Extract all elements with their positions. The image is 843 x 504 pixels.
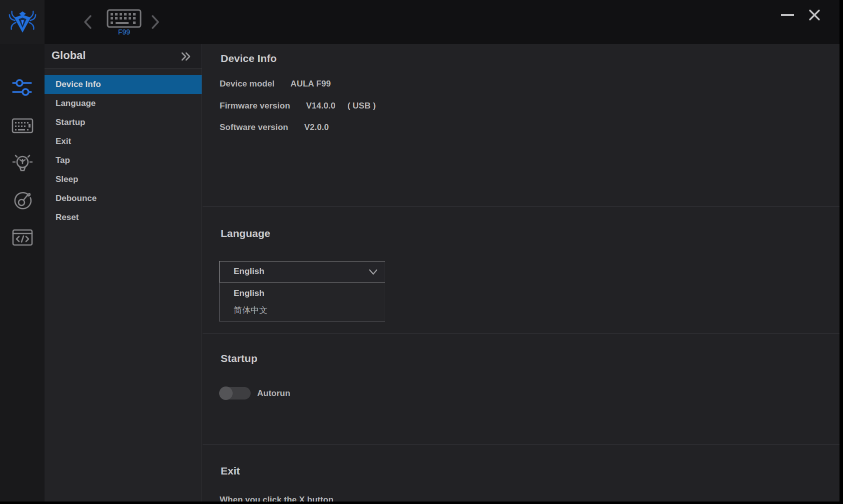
macro-code-icon bbox=[11, 226, 34, 249]
icon-sidebar bbox=[0, 44, 45, 502]
toggle-knob bbox=[219, 386, 233, 400]
sidebar-item-performance[interactable] bbox=[11, 189, 34, 212]
firmware-version-label: Firmware version bbox=[220, 101, 290, 110]
keyboard-icon bbox=[11, 114, 34, 137]
section-title: Startup bbox=[221, 352, 258, 364]
section-device-info: Device Info Device modelAULA F99 Firmwar… bbox=[203, 44, 839, 206]
settings-nav-panel: Global Device Info Language Startup Exit… bbox=[45, 44, 202, 502]
language-option-simplified-chinese[interactable]: 简体中文 bbox=[220, 302, 385, 319]
language-option-list: English 简体中文 bbox=[219, 282, 385, 322]
sidebar-item-lighting[interactable] bbox=[11, 152, 34, 174]
autorun-label: Autorun bbox=[257, 388, 290, 398]
nav-list: Device Info Language Startup Exit Tap Sl… bbox=[45, 75, 202, 227]
nav-item-reset[interactable]: Reset bbox=[45, 208, 202, 227]
software-version-row: Software versionV2.0.0 bbox=[220, 122, 329, 132]
nav-item-tap[interactable]: Tap bbox=[45, 151, 202, 170]
chevron-down-icon bbox=[368, 267, 379, 277]
nav-item-startup[interactable]: Startup bbox=[45, 113, 202, 132]
next-device-button[interactable] bbox=[148, 13, 162, 31]
language-option-english[interactable]: English bbox=[220, 285, 385, 302]
section-startup: Startup Autorun bbox=[203, 334, 839, 445]
spider-logo-icon bbox=[7, 6, 38, 38]
device-model-label: Device model bbox=[220, 79, 275, 88]
close-button[interactable] bbox=[803, 5, 825, 25]
exit-description: When you click the X button bbox=[220, 495, 334, 502]
nav-item-exit[interactable]: Exit bbox=[45, 132, 202, 151]
device-tab-label[interactable]: F99 bbox=[103, 28, 146, 36]
language-select-value: English bbox=[234, 266, 264, 276]
performance-gauge-icon bbox=[11, 189, 34, 212]
nav-item-device-info[interactable]: Device Info bbox=[45, 75, 202, 94]
nav-item-debounce[interactable]: Debounce bbox=[45, 189, 202, 208]
language-select[interactable]: English bbox=[219, 261, 385, 282]
device-model-row: Device modelAULA F99 bbox=[220, 79, 331, 89]
collapse-panel-button[interactable] bbox=[180, 50, 193, 63]
software-version-value: V2.0.0 bbox=[304, 122, 329, 132]
main-content: Device Info Device modelAULA F99 Firmwar… bbox=[203, 44, 839, 502]
autorun-row: Autorun bbox=[220, 386, 290, 400]
minimize-button[interactable] bbox=[776, 7, 798, 23]
lighting-bulb-icon bbox=[11, 152, 34, 174]
sidebar-item-global-settings[interactable] bbox=[11, 76, 34, 99]
software-version-label: Software version bbox=[220, 122, 288, 132]
firmware-version-value: V14.0.0 bbox=[306, 101, 336, 110]
autorun-toggle[interactable] bbox=[220, 387, 251, 400]
prev-device-button[interactable] bbox=[81, 13, 95, 31]
device-tab-keyboard-icon[interactable] bbox=[107, 9, 142, 28]
app-window: F99 bbox=[0, 0, 839, 502]
settings-sliders-icon bbox=[11, 76, 34, 99]
nav-item-language[interactable]: Language bbox=[45, 94, 202, 113]
nav-title: Global bbox=[52, 49, 86, 62]
section-title: Language bbox=[221, 228, 270, 240]
minimize-icon bbox=[781, 14, 794, 16]
close-icon bbox=[807, 8, 821, 22]
section-title: Exit bbox=[221, 465, 240, 477]
sidebar-item-macro[interactable] bbox=[11, 226, 34, 249]
sidebar-item-keys[interactable] bbox=[11, 114, 34, 137]
nav-header: Global bbox=[45, 44, 202, 68]
title-bar: F99 bbox=[0, 0, 839, 44]
section-exit: Exit When you click the X button bbox=[203, 445, 839, 502]
double-chevron-right-icon bbox=[180, 50, 193, 63]
nav-item-sleep[interactable]: Sleep bbox=[45, 170, 202, 189]
firmware-version-row: Firmware versionV14.0.0( USB ) bbox=[220, 101, 376, 111]
firmware-connection-type: ( USB ) bbox=[347, 101, 376, 110]
device-model-value: AULA F99 bbox=[291, 79, 331, 88]
app-logo bbox=[0, 0, 45, 44]
section-language: Language English English 简体中文 bbox=[203, 206, 839, 334]
section-title: Device Info bbox=[221, 52, 277, 64]
